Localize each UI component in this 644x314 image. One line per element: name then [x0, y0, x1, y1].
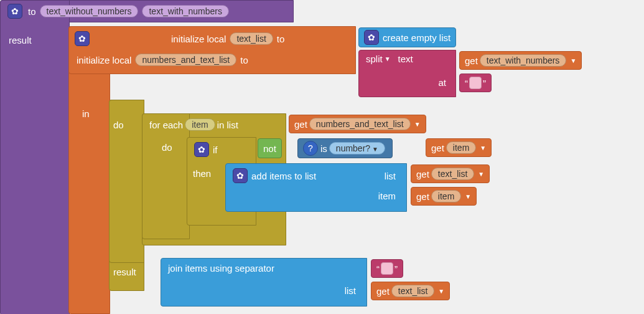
- string-space-sep[interactable]: “ ”: [371, 259, 403, 278]
- add-items-item-row: item: [228, 188, 401, 204]
- procedure-block-body: [0, 0, 70, 314]
- dropdown-icon[interactable]: ▼: [385, 55, 391, 62]
- result-label-2: result: [113, 267, 136, 277]
- not-label: not: [263, 143, 276, 154]
- split-label: split: [366, 54, 383, 64]
- inner-do-label: do: [162, 142, 172, 153]
- var-text-list[interactable]: text_list: [230, 32, 273, 45]
- get-label: get: [465, 55, 478, 66]
- to-label: to: [28, 6, 36, 17]
- loop-var-item[interactable]: item: [185, 118, 215, 131]
- to-label2: to: [277, 34, 285, 44]
- initialize-local-label2: initialize local: [77, 55, 131, 65]
- get-item-1[interactable]: get item ▼: [426, 138, 492, 157]
- string-input2[interactable]: [381, 262, 393, 275]
- is-number-block[interactable]: ? is number?▼: [297, 138, 393, 158]
- if-label: if: [213, 145, 218, 155]
- var-ref-numbers-list[interactable]: numbers_and_text_list: [309, 118, 411, 130]
- gear-icon[interactable]: ✿: [364, 30, 379, 45]
- var-ref-text-with-numbers[interactable]: text_with_numbers: [480, 54, 567, 67]
- proc-name[interactable]: text_without_numbers: [40, 5, 139, 17]
- get-label4: get: [416, 169, 429, 179]
- proc-param[interactable]: text_with_numbers: [142, 5, 229, 17]
- then-label: then: [193, 168, 211, 179]
- join-block[interactable]: join items using separator: [163, 260, 361, 276]
- get-label2: get: [294, 119, 307, 130]
- to-label3: to: [240, 55, 248, 65]
- get-text-with-numbers[interactable]: get text_with_numbers ▼: [459, 51, 582, 70]
- split-block[interactable]: split ▼ text: [361, 51, 420, 67]
- result-label2: result: [113, 267, 136, 277]
- get-label3: get: [431, 143, 444, 153]
- do-label2: do: [162, 142, 172, 153]
- item-slot-label: item: [378, 191, 396, 201]
- gear-icon[interactable]: ✿: [233, 168, 248, 183]
- get-item-2[interactable]: get item ▼: [411, 187, 477, 206]
- is-label: is: [320, 143, 327, 154]
- get-label5: get: [416, 191, 429, 202]
- list-slot-label2: list: [345, 285, 356, 296]
- split-at-row: at: [361, 75, 451, 90]
- in-list-label: in list: [217, 120, 238, 130]
- do-label-block: do: [113, 120, 124, 130]
- dropdown-icon[interactable]: ▼: [438, 288, 444, 295]
- create-empty-label: create empty list: [383, 32, 450, 43]
- init-numbers-list[interactable]: initialize local numbers_and_text_list t…: [70, 51, 255, 69]
- get-text-list-1[interactable]: get text_list ▼: [411, 164, 490, 183]
- not-block[interactable]: not: [258, 138, 282, 158]
- text-label: text: [398, 54, 413, 64]
- quote-label3: “: [376, 264, 380, 274]
- var-ref-text-list2[interactable]: text_list: [391, 285, 434, 297]
- in-label: in: [82, 108, 90, 119]
- string-input[interactable]: [469, 77, 482, 89]
- help-icon[interactable]: ?: [303, 141, 318, 156]
- add-items-label: add items to list: [251, 171, 316, 181]
- var-numbers-list[interactable]: numbers_and_text_list: [135, 54, 236, 66]
- if-block[interactable]: ✿ if: [189, 140, 223, 159]
- join-list-row: list: [163, 283, 361, 298]
- gear-icon[interactable]: ✿: [7, 4, 22, 19]
- quote-label4: ”: [394, 264, 398, 274]
- procedure-header[interactable]: ✿ to text_without_numbers text_with_numb…: [2, 1, 236, 21]
- init-text-list[interactable]: ✿ initialize local text_list to: [70, 29, 291, 49]
- dropdown-icon[interactable]: ▼: [478, 171, 484, 178]
- gear-icon[interactable]: ✿: [75, 31, 90, 46]
- dropdown-icon[interactable]: ▼: [414, 121, 421, 128]
- list-slot-label: list: [372, 171, 396, 181]
- get-label6: get: [376, 286, 390, 297]
- quote-label: “: [465, 78, 468, 88]
- do-label: do: [113, 120, 124, 130]
- type-number[interactable]: number?▼: [329, 142, 385, 155]
- get-numbers-list[interactable]: get numbers_and_text_list ▼: [289, 115, 426, 133]
- create-empty-list[interactable]: ✿ create empty list: [358, 27, 456, 47]
- for-each-block[interactable]: for each item in list: [144, 116, 243, 133]
- var-ref-text-list[interactable]: text_list: [431, 168, 474, 180]
- add-items-block[interactable]: ✿ add items to list list: [228, 166, 401, 186]
- dropdown-icon[interactable]: ▼: [465, 193, 471, 200]
- in-label-wrap: in: [82, 108, 90, 119]
- var-ref-item2[interactable]: item: [431, 190, 461, 202]
- for-each-label: for each: [149, 120, 183, 130]
- dropdown-icon[interactable]: ▼: [480, 145, 486, 151]
- var-ref-item[interactable]: item: [446, 141, 476, 154]
- string-space-at[interactable]: “ ”: [459, 74, 492, 92]
- gear-icon[interactable]: ✿: [194, 142, 209, 157]
- dropdown-icon[interactable]: ▼: [570, 57, 576, 64]
- get-text-list-2[interactable]: get text_list ▼: [371, 282, 450, 300]
- quote-label2: ”: [483, 78, 486, 88]
- join-label: join items using separator: [168, 263, 274, 274]
- initialize-local-label: initialize local: [171, 34, 226, 44]
- result-label: result: [9, 35, 32, 45]
- then-label-block: then: [193, 168, 211, 179]
- blocks-workspace: ✿ to text_without_numbers text_with_numb…: [0, 0, 644, 314]
- at-label: at: [438, 77, 446, 88]
